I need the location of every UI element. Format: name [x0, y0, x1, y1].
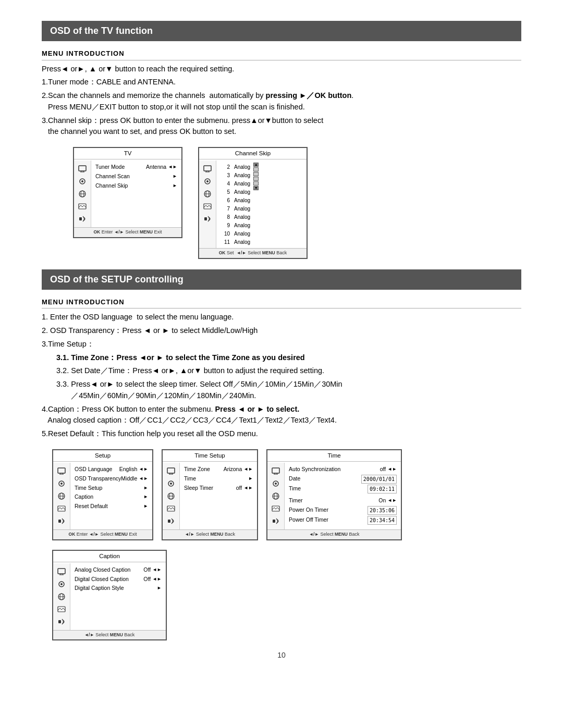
globe-icon-4	[165, 491, 177, 501]
channel-row-10: 10Analog	[221, 229, 250, 238]
picture-icon-4	[165, 503, 177, 514]
setup-caption: Caption ►	[75, 492, 148, 502]
setup-footer: OK Enter ◄/► Select MENU Exit	[53, 529, 152, 539]
setup-line-1: 1. Enter the OSD language to select the …	[42, 312, 521, 323]
setup-screen-title: Setup	[53, 450, 152, 462]
power-on-row: Power On Timer 20:35:06	[289, 505, 397, 515]
screenshots-row-1: TV Tuner Mode Antenna ◄► Channel Scan	[73, 147, 521, 259]
time-val-row: Time 09:02:11	[289, 484, 397, 494]
tv-screen-content: Tuner Mode Antenna ◄► Channel Scan ► Cha…	[91, 161, 181, 227]
time-row: Time ►	[184, 474, 253, 484]
time-setup-footer: ◄/► Select MENU Back	[163, 529, 257, 539]
scroll-bar: ▲ ▼	[252, 163, 259, 246]
globe-icon-2	[202, 189, 213, 199]
channel-skip-screen: Channel Skip 2Analog 3Analog	[198, 147, 308, 259]
screen-icons-2	[199, 161, 216, 248]
circle-icon-4	[165, 478, 177, 489]
time-screen-title: Time	[267, 450, 401, 462]
channel-row-8: 8Analog	[221, 213, 250, 221]
channel-row-11: 11Analog	[221, 238, 250, 246]
setup-line-5: 5.Reset Default：This function help you r…	[42, 428, 521, 440]
tv-icon	[77, 164, 88, 174]
picture-icon-1	[77, 201, 88, 212]
circle-icon-3	[56, 478, 67, 489]
time-screen-content: Auto Synchronization off ◄► Date 2000/01…	[285, 463, 401, 529]
section1: OSD of the TV function MENU INTRODUCTION…	[42, 21, 521, 259]
channel-row-4: 4Analog	[221, 179, 250, 188]
globe-icon-6	[56, 591, 67, 602]
audio-icon-4	[165, 516, 177, 526]
audio-icon-5	[270, 516, 282, 526]
time-setup-screen: Time Setup Time Zone Arizona ◄► Time	[162, 449, 258, 540]
caption-screen-content: Analog Closed Caption Off ◄► Digital Clo…	[70, 563, 166, 630]
intro-line-2: 1.Tuner mode：CABLE and ANTENNA.	[42, 77, 521, 88]
setup-screen-content: OSD Language English ◄► OSD Transparency…	[70, 463, 152, 529]
setup-line-3: 3.Time Setup：	[42, 339, 521, 350]
caption-footer: ◄/► Select MENU Back	[53, 630, 166, 640]
screenshots-row-2: Setup OSD Language English ◄► OSD Transp…	[52, 449, 521, 540]
channel-row-6: 6Analog	[221, 196, 250, 204]
setup-osd-lang: OSD Language English ◄►	[75, 465, 148, 474]
auto-sync-row: Auto Synchronization off ◄►	[289, 465, 397, 474]
caption-screen-container: Caption Analog Closed Caption Off ◄► Dig…	[52, 550, 521, 641]
digital-style-row: Digital Caption Style ►	[75, 584, 162, 593]
tv-icon-3	[56, 466, 67, 476]
tv-icon-4	[165, 466, 177, 476]
setup-line-2: 2. OSD Transparency：Press ◄ or ► to sele…	[42, 325, 521, 337]
section1-title: OSD of the TV function	[42, 21, 521, 41]
channel-skip-footer: OK Set ◄/► Select MENU Back	[199, 248, 307, 258]
setup-screen: Setup OSD Language English ◄► OSD Transp…	[52, 449, 153, 540]
audio-icon-3	[56, 516, 67, 526]
time-zone-row: Time Zone Arizona ◄►	[184, 465, 253, 474]
screen-row-skip: Channel Skip ►	[95, 181, 177, 191]
timer-row: Timer On ◄►	[289, 496, 397, 505]
intro-line-4: 3.Channel skip：press OK button to enter …	[42, 115, 521, 138]
tv-menu-screen: TV Tuner Mode Antenna ◄► Channel Scan	[73, 147, 182, 238]
setup-line-4: 4.Caption：Press OK button to enter the s…	[42, 404, 521, 427]
circle-icon-5	[270, 478, 282, 489]
tv-icon-2	[202, 164, 213, 174]
caption-screen: Caption Analog Closed Caption Off ◄► Dig…	[52, 550, 167, 641]
time-screen: Time Auto Synchronization off ◄► Date	[266, 449, 402, 540]
screen-icons-1	[74, 161, 91, 227]
audio-icon-6	[56, 616, 67, 627]
screen-row-tuner: Tuner Mode Antenna ◄►	[95, 163, 177, 172]
picture-icon-6	[56, 604, 67, 614]
channel-row-5: 5Analog	[221, 188, 250, 196]
setup-reset: Reset Default ►	[75, 502, 148, 511]
section2-title: OSD of the SETUP controlling	[42, 269, 521, 290]
setup-line-3-3: 3.3. Press◄ or► to select the sleep time…	[56, 379, 521, 402]
menu-intro-2: MENU INTRODUCTION	[42, 297, 521, 309]
tv-icon-5	[270, 466, 282, 476]
channel-row-9: 9Analog	[221, 221, 250, 229]
analog-cc-row: Analog Closed Caption Off ◄►	[75, 565, 162, 575]
setup-line-3-2: 3.2. Set Date／Time：Press◄ or►, ▲or▼ butt…	[56, 365, 521, 377]
screen-icons-3	[53, 463, 70, 529]
picture-icon-5	[270, 503, 282, 514]
circle-icon-1	[77, 176, 88, 187]
channel-row-2: 2Analog	[221, 163, 250, 171]
time-setup-title: Time Setup	[163, 450, 257, 462]
screen-icons-6	[53, 563, 70, 630]
setup-osd-trans: OSD Transparency Middle ◄►	[75, 474, 148, 484]
time-screen-footer: ◄/► Select MENU Back	[267, 529, 401, 539]
screen-icons-5	[267, 463, 285, 529]
globe-icon-1	[77, 189, 88, 199]
tv-icon-6	[56, 566, 67, 577]
page-number: 10	[42, 650, 521, 661]
screen-icons-4	[163, 463, 180, 529]
channel-skip-title: Channel Skip	[199, 148, 307, 159]
setup-line-3-1: 3.1. Time Zone：Press ◄or ► to select the…	[56, 352, 521, 364]
time-setup-content: Time Zone Arizona ◄► Time ► Sleep Timer …	[180, 463, 257, 529]
sleep-timer-row: Sleep Timer off ◄►	[184, 484, 253, 493]
screen-row-scan: Channel Scan ►	[95, 172, 177, 181]
tv-screen-footer: OK Enter ◄/► Select MENU Exit	[74, 227, 181, 237]
channel-row-3: 3Analog	[221, 171, 250, 179]
intro-line-3: 2.Scan the channels and memorize the cha…	[42, 90, 521, 113]
date-row: Date 2000/01/01	[289, 474, 397, 484]
caption-screen-title: Caption	[53, 551, 166, 562]
channel-row-7: 7Analog	[221, 204, 250, 213]
channel-skip-content: 2Analog 3Analog 4Analog 5Analog 6Analog …	[216, 161, 307, 248]
picture-icon-3	[56, 503, 67, 514]
globe-icon-5	[270, 491, 282, 501]
